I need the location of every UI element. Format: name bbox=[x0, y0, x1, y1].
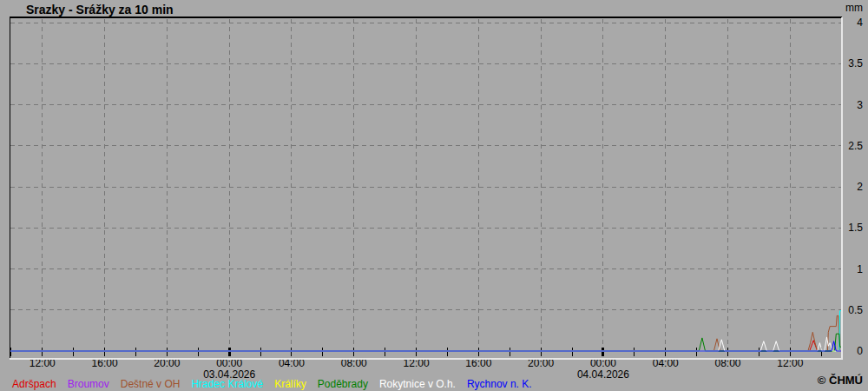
legend-item-kr-l-ky: Králíky bbox=[274, 378, 306, 390]
legend-item-rokytnice-v-o-h-: Rokytnice v O.h. bbox=[379, 378, 456, 390]
copyright-label: © ČHMÚ bbox=[818, 374, 863, 387]
y-tick-label: 1.5 bbox=[848, 222, 863, 234]
legend-item-hradec-kr-lov-: Hradec Králové bbox=[191, 378, 263, 390]
station-legend: AdršpachBroumovDeštné v OHHradec Králové… bbox=[12, 378, 543, 390]
y-tick-label: 2.5 bbox=[848, 140, 863, 152]
x-date-label: 04.04.2026 bbox=[577, 368, 629, 381]
legend-item-de-tn-v-oh: Deštné v OH bbox=[121, 378, 181, 390]
series-line-rychnov-n-k- bbox=[10, 341, 841, 351]
series-line-pod-brady bbox=[10, 334, 841, 351]
legend-item-broumov: Broumov bbox=[68, 378, 109, 390]
series-line-hradec-kr-lov- bbox=[10, 311, 841, 351]
y-tick-label: 4 bbox=[857, 17, 863, 29]
series-line-de-tn-v-oh bbox=[10, 315, 841, 351]
y-tick-label: 2 bbox=[857, 181, 863, 193]
legend-item-pod-brady: Poděbrady bbox=[318, 378, 368, 390]
legend-item-rychnov-n-k-: Rychnov n. K. bbox=[467, 378, 532, 390]
y-tick-label: 3 bbox=[857, 99, 863, 111]
precipitation-chart-canvas: 12:0016:0020:0000:0004:0008:0012:0016:00… bbox=[0, 0, 868, 391]
legend-item-adr-pach: Adršpach bbox=[12, 378, 56, 390]
y-tick-label: 1 bbox=[857, 263, 863, 275]
y-tick-label: 0 bbox=[857, 345, 863, 357]
y-tick-label: 0.5 bbox=[848, 304, 863, 316]
y-tick-label: 3.5 bbox=[848, 57, 863, 70]
